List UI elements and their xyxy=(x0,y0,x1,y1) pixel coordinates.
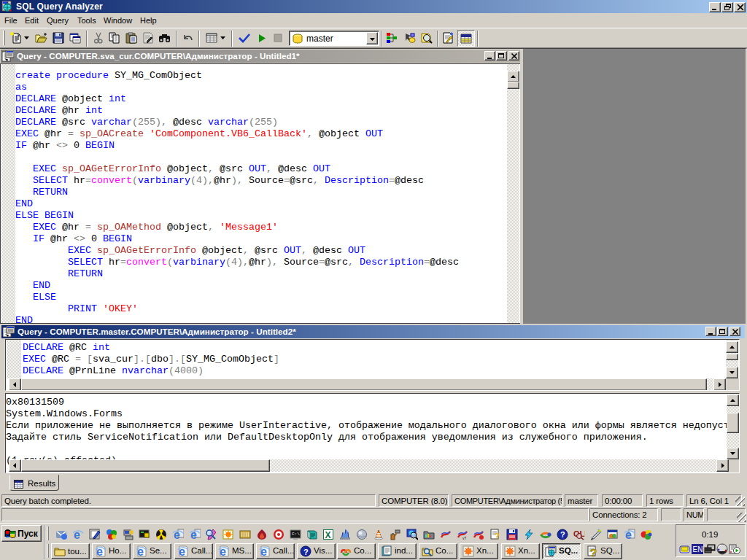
svg-text:EN: EN xyxy=(693,545,703,553)
svg-text:e: e xyxy=(220,545,226,557)
svg-text:X: X xyxy=(325,530,331,540)
svg-text:?: ? xyxy=(590,546,597,558)
svg-text:e: e xyxy=(179,545,185,557)
svg-text:e: e xyxy=(137,545,144,557)
svg-text:?: ? xyxy=(560,530,565,539)
svg-text:e: e xyxy=(190,529,197,540)
svg-text:v7: v7 xyxy=(462,536,467,540)
svg-text:e: e xyxy=(96,545,103,557)
svg-text:e: e xyxy=(174,529,180,540)
svg-text:?: ? xyxy=(495,532,500,540)
svg-text:C:\: C:\ xyxy=(292,532,300,537)
svg-text:e: e xyxy=(260,545,267,557)
svg-text:e: e xyxy=(625,529,632,540)
svg-text:e: e xyxy=(74,529,80,540)
svg-text:?: ? xyxy=(303,548,309,556)
